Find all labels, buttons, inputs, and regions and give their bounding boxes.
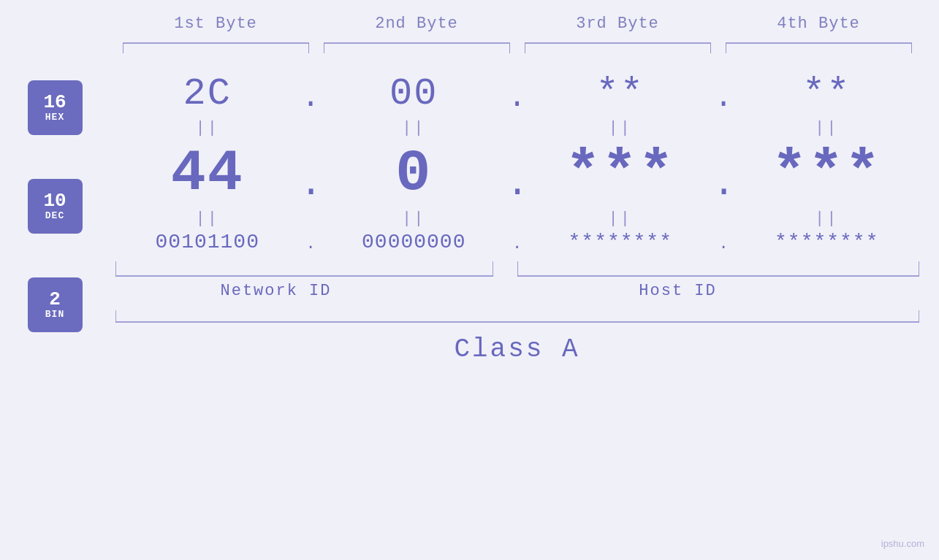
dec-dot2: . [506, 141, 528, 206]
host-id-label: Host ID [437, 282, 919, 300]
content-area: 16 HEX 10 DEC 2 BIN 2C . 00 . ** . ** [0, 73, 939, 364]
byte3-header: 3rd Byte [517, 15, 718, 33]
equals-row-1: || || || || [115, 115, 919, 141]
hex-b4: ** [734, 73, 919, 115]
bracket-b2 [324, 40, 510, 58]
byte-headers: 1st Byte 2nd Byte 3rd Byte 4th Byte [115, 15, 919, 33]
eq1-b2: || [322, 119, 506, 137]
hex-dot1: . [300, 73, 322, 115]
labels-row: Network ID Host ID [115, 282, 919, 300]
bracket-b1 [123, 40, 309, 58]
eq2-b4: || [734, 210, 919, 228]
dec-b2: 0 [322, 145, 506, 203]
class-bracket [115, 309, 919, 327]
byte4-header: 4th Byte [718, 15, 919, 33]
equals-row-2: || || || || [115, 206, 919, 231]
bracket-b4 [726, 40, 912, 58]
dec-dot3: . [712, 141, 734, 206]
dec-row: 44 . 0 . *** . *** [115, 141, 919, 206]
hex-dot3: . [712, 73, 734, 115]
bin-b3: ******** [528, 231, 713, 254]
hex-b3: ** [528, 73, 713, 115]
eq1-b1: || [115, 119, 300, 137]
hex-badge-num: 16 [43, 93, 66, 112]
rows-container: 2C . 00 . ** . ** || || || || [95, 73, 939, 364]
hex-dot2: . [506, 73, 528, 115]
eq2-b2: || [322, 210, 506, 228]
bin-row: 00101100 . 00000000 . ******** . *******… [115, 231, 919, 254]
class-row: Class A [115, 309, 919, 364]
hex-row: 2C . 00 . ** . ** [115, 73, 919, 115]
dec-badge-label: DEC [45, 210, 64, 221]
hex-badge: 16 HEX [28, 80, 83, 135]
dec-badge-num: 10 [43, 191, 66, 210]
bracket-b3 [525, 40, 711, 58]
eq2-b1: || [115, 210, 300, 228]
watermark: ipshu.com [881, 538, 924, 549]
bin-b2: 00000000 [322, 231, 506, 254]
hex-badge-label: HEX [45, 112, 64, 123]
eq1-b4: || [734, 119, 919, 137]
dec-b4: *** [734, 145, 919, 203]
network-id-label: Network ID [115, 282, 437, 300]
bin-b4: ******** [734, 231, 919, 254]
hex-b2: 00 [322, 73, 506, 115]
top-brackets [115, 40, 919, 58]
byte2-header: 2nd Byte [316, 15, 517, 33]
main-container: 1st Byte 2nd Byte 3rd Byte 4th Byte [0, 0, 939, 560]
badges-column: 16 HEX 10 DEC 2 BIN [0, 73, 95, 332]
bin-b1: 00101100 [115, 231, 300, 254]
bin-dot3: . [712, 231, 734, 253]
eq2-b3: || [528, 210, 713, 228]
bin-badge-label: BIN [45, 309, 64, 320]
bin-badge-num: 2 [49, 290, 61, 309]
dec-b3: *** [528, 145, 713, 203]
eq1-b3: || [528, 119, 713, 137]
bin-dot1: . [300, 231, 322, 253]
dec-badge: 10 DEC [28, 179, 83, 234]
dec-dot1: . [300, 141, 322, 206]
byte1-header: 1st Byte [115, 15, 316, 33]
equals-inner-1: || || || || [115, 119, 919, 137]
class-label: Class A [454, 334, 579, 364]
equals-inner-2: || || || || [115, 210, 919, 228]
bin-badge: 2 BIN [28, 277, 83, 332]
bin-dot2: . [506, 231, 528, 253]
hex-b1: 2C [115, 73, 300, 115]
dec-b1: 44 [115, 145, 300, 203]
